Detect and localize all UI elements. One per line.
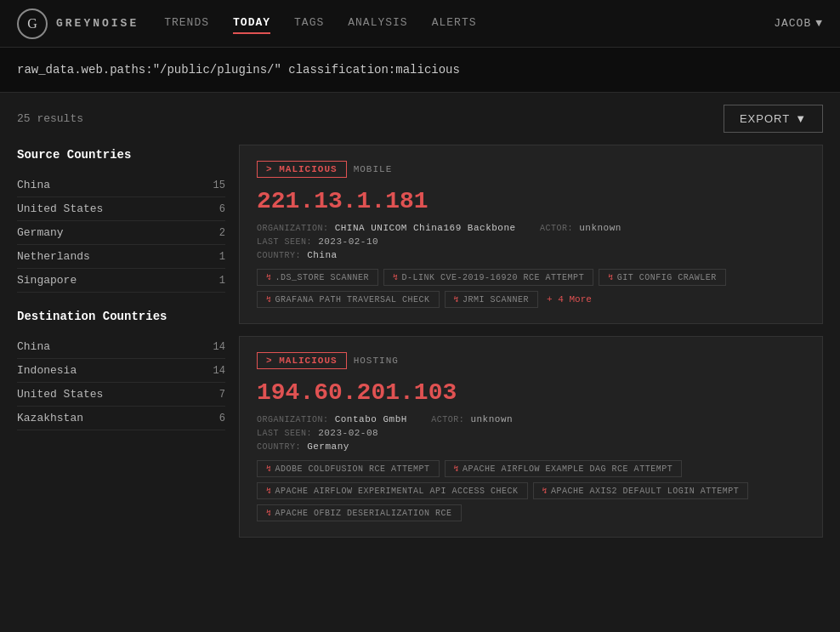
results-bar: 25 results EXPORT ▼ [0,93,840,145]
sidebar-source-item[interactable]: United States 6 [17,197,225,221]
sidebar-dest-item[interactable]: China 14 [17,335,225,359]
tag-item[interactable]: ↯ APACHE AIRFLOW EXAMPLE DAG RCE ATTEMPT [445,460,683,477]
export-label: EXPORT [740,112,790,125]
tag-label: GRAFANA PATH TRAVERSAL CHECK [275,295,430,305]
more-tags-link[interactable]: + 4 More [547,294,592,305]
country-label: COUNTRY: [257,251,301,260]
sidebar-source-item[interactable]: Germany 2 [17,221,225,245]
nav-tags[interactable]: TAGS [294,13,324,34]
tag-icon: ↯ [266,294,272,305]
source-countries-title: Source Countries [17,148,225,162]
sidebar-item-count: 1 [219,275,225,287]
tag-label: ADOBE COLDFUSION RCE ATTEMPT [275,464,430,474]
tag-label: APACHE AIRFLOW EXAMPLE DAG RCE ATTEMPT [463,464,673,474]
card-lastseen: LAST SEEN: 2023-02-08 [257,428,805,438]
tag-icon: ↯ [393,272,399,282]
nav-trends[interactable]: TRENDS [164,13,209,34]
sidebar-dest-item[interactable]: United States 7 [17,383,225,407]
tag-icon: ↯ [542,486,548,496]
results-count: 25 results [17,112,83,125]
sidebar-item-name: Singapore [17,274,77,287]
search-query[interactable]: raw_data.web.paths:"/public/plugins/" cl… [17,63,460,77]
org-label: ORGANIZATION: [257,224,329,233]
org-value: Contabo GmbH [335,414,407,424]
main-layout: Source Countries China 15 United States … [0,145,840,549]
lastseen-value: 2023-02-08 [318,428,378,438]
logo-text: GREYNOISE [56,17,139,30]
card-org: ORGANIZATION: Contabo GmbH ACTOR: unknow… [257,414,805,424]
tag-item[interactable]: ↯ D-LINK CVE-2019-16920 RCE ATTEMPT [383,269,593,286]
tag-item[interactable]: ↯ APACHE AXIS2 DEFAULT LOGIN ATTEMPT [533,482,749,499]
lastseen-label: LAST SEEN: [257,237,312,247]
card-badges: > MALICIOUS HOSTING [257,352,805,369]
tag-item[interactable]: ↯ ADOBE COLDFUSION RCE ATTEMPT [257,460,440,477]
user-name: JACOB [774,17,811,30]
actor-value: unknown [470,414,513,424]
svg-text:G: G [27,16,37,31]
sidebar-item-name: Indonesia [17,364,77,377]
result-card: > MALICIOUS MOBILE 221.13.1.181 ORGANIZA… [239,145,823,324]
tag-icon: ↯ [454,464,460,474]
cards-area: > MALICIOUS MOBILE 221.13.1.181 ORGANIZA… [239,145,823,549]
tag-label: GIT CONFIG CRAWLER [617,273,717,282]
user-menu[interactable]: JACOB ▼ [774,17,823,30]
result-card: > MALICIOUS HOSTING 194.60.201.103 ORGAN… [239,336,823,538]
tag-icon: ↯ [266,464,272,474]
sidebar-source-item[interactable]: Netherlands 1 [17,245,225,269]
main-nav: TRENDS TODAY TAGS ANALYSIS ALERTS [164,13,774,34]
dest-countries-title: Destination Countries [17,310,225,323]
chevron-down-icon: ▼ [815,17,823,30]
malicious-badge: > MALICIOUS [257,161,347,178]
header: G GREYNOISE TRENDS TODAY TAGS ANALYSIS A… [0,0,840,48]
tag-item[interactable]: ↯ APACHE AIRFLOW EXPERIMENTAL API ACCESS… [257,482,528,499]
lastseen-label: LAST SEEN: [257,429,312,438]
sidebar-source-item[interactable]: Singapore 1 [17,269,225,293]
sidebar-item-count: 2 [219,227,225,239]
ip-address[interactable]: 194.60.201.103 [257,379,805,406]
lastseen-value: 2023-02-10 [318,236,378,247]
sidebar-item-count: 7 [219,389,225,401]
tag-item[interactable]: ↯ JRMI SCANNER [445,291,539,308]
nav-alerts[interactable]: ALERTS [432,13,477,34]
card-country: COUNTRY: Germany [257,441,805,452]
nav-today[interactable]: TODAY [233,13,270,34]
ip-address[interactable]: 221.13.1.181 [257,188,805,214]
card-type-badge: MOBILE [354,164,393,174]
sidebar-dest-item[interactable]: Indonesia 14 [17,359,225,383]
tag-icon: ↯ [266,508,272,518]
sidebar-item-count: 6 [219,203,225,215]
export-button[interactable]: EXPORT ▼ [724,105,823,133]
greynoise-logo-icon: G [17,9,48,39]
sidebar-item-name: Netherlands [17,250,90,263]
tag-label: JRMI SCANNER [463,295,529,305]
tag-label: APACHE AXIS2 DEFAULT LOGIN ATTEMPT [551,487,739,496]
tag-item[interactable]: ↯ APACHE OFBIZ DESERIALIZATION RCE [257,504,462,521]
sidebar-source-item[interactable]: China 15 [17,174,225,197]
tag-label: .DS_STORE SCANNER [275,273,370,282]
malicious-badge: > MALICIOUS [257,352,347,369]
tags-row: ↯ .DS_STORE SCANNER ↯ D-LINK CVE-2019-16… [257,269,805,308]
nav-analysis[interactable]: ANALYSIS [348,13,407,34]
chevron-down-icon: ▼ [795,112,807,125]
card-badges: > MALICIOUS MOBILE [257,161,805,178]
tags-row: ↯ ADOBE COLDFUSION RCE ATTEMPT ↯ APACHE … [257,460,805,521]
tag-item[interactable]: ↯ GRAFANA PATH TRAVERSAL CHECK [257,291,440,308]
actor-value: unknown [579,223,621,233]
tag-item[interactable]: ↯ .DS_STORE SCANNER [257,269,378,286]
tag-label: D-LINK CVE-2019-16920 RCE ATTEMPT [402,273,585,282]
tag-icon: ↯ [454,294,460,305]
org-value: CHINA UNICOM China169 Backbone [335,223,516,233]
tag-item[interactable]: ↯ GIT CONFIG CRAWLER [599,269,726,286]
logo-area: G GREYNOISE [17,9,139,39]
sidebar-item-name: China [17,340,50,353]
sidebar-item-name: Germany [17,226,64,239]
tag-icon: ↯ [266,272,272,282]
sidebar-dest-item[interactable]: Kazakhstan 6 [17,407,225,430]
tag-icon: ↯ [608,272,614,282]
sidebar-item-count: 1 [219,251,225,263]
sidebar-item-count: 15 [213,179,225,191]
card-country: COUNTRY: China [257,250,805,260]
search-bar: raw_data.web.paths:"/public/plugins/" cl… [0,48,840,93]
sidebar-item-count: 6 [219,413,225,424]
country-value: China [307,250,338,260]
